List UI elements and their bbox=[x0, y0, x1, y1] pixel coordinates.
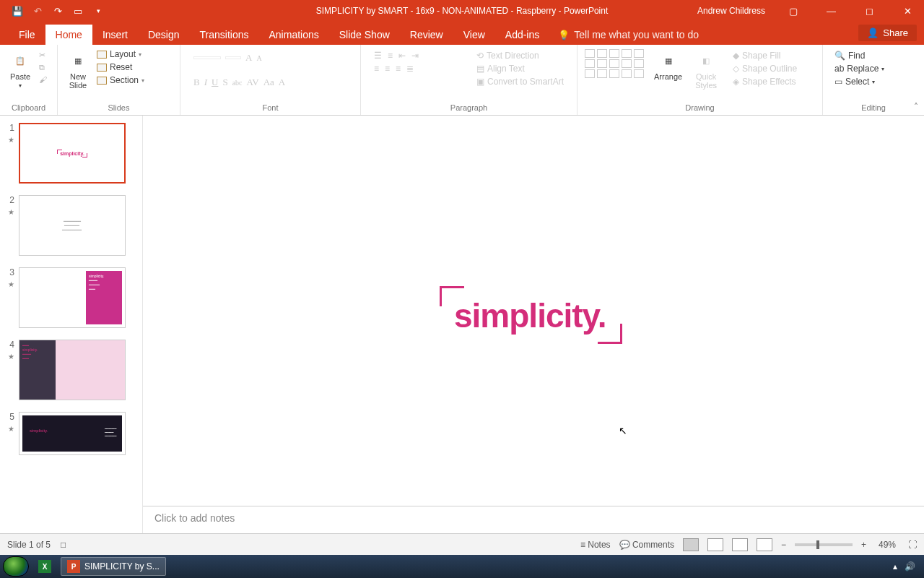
notes-toggle[interactable]: ≡ Notes bbox=[580, 540, 611, 550]
redo-icon[interactable]: ↷ bbox=[51, 4, 64, 17]
change-case-icon[interactable]: Aa bbox=[263, 77, 274, 88]
save-icon[interactable]: 💾 bbox=[11, 4, 24, 17]
zoom-level[interactable]: 49% bbox=[875, 540, 899, 550]
section-button[interactable]: Section▾ bbox=[97, 75, 144, 85]
tab-design[interactable]: Design bbox=[138, 25, 190, 45]
tab-addins[interactable]: Add-ins bbox=[495, 25, 549, 45]
comments-toggle[interactable]: 💬 Comments bbox=[619, 540, 674, 550]
select-button[interactable]: ▭Select▾ bbox=[834, 77, 884, 87]
fit-to-window-icon[interactable]: ⛶ bbox=[908, 540, 917, 550]
slide-sorter-view-icon[interactable] bbox=[707, 538, 723, 551]
arrange-button[interactable]: ▦ Arrange bbox=[650, 48, 687, 84]
collapse-ribbon-icon[interactable]: ˄ bbox=[914, 102, 918, 112]
decrease-indent-icon[interactable]: ⇤ bbox=[398, 51, 406, 61]
underline-icon[interactable]: U bbox=[212, 77, 218, 88]
replace-icon: ab bbox=[834, 64, 844, 74]
tray-chevron-icon[interactable]: ▴ bbox=[893, 561, 897, 571]
tab-animations[interactable]: Animations bbox=[258, 25, 328, 45]
ribbon-display-icon[interactable]: ▢ bbox=[777, 0, 809, 22]
zoom-slider[interactable] bbox=[795, 543, 853, 546]
decrease-font-icon[interactable]: A bbox=[256, 54, 261, 62]
font-color-icon[interactable]: A bbox=[279, 77, 285, 88]
tab-file[interactable]: File bbox=[9, 25, 45, 45]
slide-thumbnail-5[interactable]: simplicity.━━━━━━━━━━━━━━━━━━━━━━ bbox=[19, 412, 126, 455]
maximize-icon[interactable]: ◻ bbox=[853, 0, 886, 22]
font-family-combo[interactable] bbox=[193, 56, 221, 59]
shape-outline-button[interactable]: ◇Shape Outline bbox=[733, 64, 797, 74]
start-button[interactable] bbox=[3, 556, 29, 577]
font-size-combo[interactable] bbox=[225, 56, 241, 59]
group-label-drawing: Drawing bbox=[583, 103, 816, 113]
share-button[interactable]: 👤 Share bbox=[858, 25, 917, 41]
slide-thumbnail-2[interactable]: ━━━━━━━━━━━━━━━━━━━━━━━━ bbox=[19, 195, 126, 256]
minimize-icon[interactable]: — bbox=[815, 0, 847, 22]
bullets-icon[interactable]: ☰ bbox=[374, 51, 382, 61]
title-text-box[interactable]: simplicity. bbox=[454, 296, 606, 335]
account-name[interactable]: Andrew Childress bbox=[697, 6, 765, 16]
text-direction-button[interactable]: ⟲Text Direction bbox=[476, 51, 564, 61]
shape-effects-icon: ◈ bbox=[733, 77, 739, 87]
align-left-icon[interactable]: ≡ bbox=[374, 64, 379, 74]
slide-thumbnail-1[interactable]: simplicity. bbox=[19, 123, 126, 184]
volume-icon[interactable]: 🔊 bbox=[905, 561, 915, 571]
taskbar-powerpoint[interactable]: P SIMPLICITY by S... bbox=[61, 557, 166, 576]
tab-home[interactable]: Home bbox=[45, 25, 92, 45]
text-shadow-icon[interactable]: abc bbox=[232, 79, 243, 87]
copy-icon[interactable]: ⧉ bbox=[39, 63, 47, 72]
shapes-gallery[interactable] bbox=[583, 48, 645, 79]
group-label-slides: Slides bbox=[64, 103, 174, 113]
transition-star-icon: ★ bbox=[8, 208, 14, 216]
bold-icon[interactable]: B bbox=[193, 77, 200, 88]
reading-view-icon[interactable] bbox=[732, 538, 748, 551]
slide-counter[interactable]: Slide 1 of 5 bbox=[7, 540, 51, 550]
notes-pane[interactable]: Click to add notes bbox=[143, 506, 924, 533]
smartart-button[interactable]: ▣Convert to SmartArt bbox=[476, 77, 564, 87]
tab-review[interactable]: Review bbox=[400, 25, 453, 45]
tell-me-search[interactable]: 💡 Tell me what you want to do bbox=[549, 25, 707, 45]
quick-styles-button[interactable]: ◧ Quick Styles bbox=[691, 48, 721, 92]
zoom-in-icon[interactable]: + bbox=[861, 540, 866, 550]
thumb-row-3: 3★ simplicity.━━━━━━━━━━━━ bbox=[6, 267, 136, 328]
qat-more-icon[interactable]: ▾ bbox=[92, 4, 105, 17]
quick-access-toolbar: 💾 ↶ ↷ ▭ ▾ bbox=[0, 4, 105, 17]
zoom-out-icon[interactable]: − bbox=[781, 540, 786, 550]
increase-font-icon[interactable]: A bbox=[245, 52, 252, 64]
normal-view-icon[interactable] bbox=[683, 538, 699, 551]
cut-icon[interactable]: ✂ bbox=[39, 51, 47, 60]
slide-thumbnail-4[interactable]: ━━━simplicity.━━━━━━━ bbox=[19, 340, 126, 400]
start-from-beginning-icon[interactable]: ▭ bbox=[71, 4, 84, 17]
tab-slideshow[interactable]: Slide Show bbox=[329, 25, 400, 45]
character-spacing-icon[interactable]: AV bbox=[247, 77, 259, 88]
slide-viewport[interactable]: simplicity. ↖ bbox=[143, 116, 924, 506]
align-right-icon[interactable]: ≡ bbox=[396, 64, 401, 74]
tab-view[interactable]: View bbox=[453, 25, 495, 45]
new-slide-button[interactable]: ▦ New Slide bbox=[64, 48, 92, 92]
replace-button[interactable]: abReplace▾ bbox=[834, 64, 884, 74]
align-text-button[interactable]: ▤Align Text bbox=[476, 64, 564, 74]
numbering-icon[interactable]: ≡ bbox=[388, 51, 393, 61]
slideshow-view-icon[interactable] bbox=[757, 538, 772, 551]
italic-icon[interactable]: I bbox=[204, 77, 207, 88]
increase-indent-icon[interactable]: ⇥ bbox=[411, 51, 419, 61]
reset-button[interactable]: Reset bbox=[97, 62, 144, 72]
slide-thumbnail-pane[interactable]: 1★ simplicity. 2★ ━━━━━━━━━━━━━━━━━━━━━━… bbox=[0, 116, 143, 533]
find-button[interactable]: 🔍Find bbox=[834, 51, 884, 61]
tab-insert[interactable]: Insert bbox=[92, 25, 138, 45]
align-center-icon[interactable]: ≡ bbox=[385, 64, 390, 74]
paste-button[interactable]: 📋 Paste ▾ bbox=[6, 48, 35, 92]
tab-transitions[interactable]: Transitions bbox=[190, 25, 259, 45]
close-icon[interactable]: ✕ bbox=[892, 0, 924, 22]
slide-canvas[interactable]: simplicity. ↖ bbox=[165, 130, 902, 506]
strikethrough-icon[interactable]: S bbox=[222, 77, 227, 88]
format-painter-icon[interactable]: 🖌 bbox=[39, 75, 47, 84]
shape-fill-button[interactable]: ◆Shape Fill bbox=[733, 51, 797, 61]
shape-effects-button[interactable]: ◈Shape Effects bbox=[733, 77, 797, 87]
undo-icon[interactable]: ↶ bbox=[31, 4, 44, 17]
group-slides: ▦ New Slide Layout▾ Reset Section▾ Slide… bbox=[58, 45, 180, 115]
spellcheck-icon[interactable]: □ bbox=[61, 540, 66, 550]
slide-thumbnail-3[interactable]: simplicity.━━━━━━━━━━━━ bbox=[19, 267, 126, 328]
layout-button[interactable]: Layout▾ bbox=[97, 49, 144, 59]
taskbar-excel[interactable]: X bbox=[32, 557, 58, 576]
slide-title-text: simplicity. bbox=[454, 296, 606, 335]
justify-icon[interactable]: ≣ bbox=[406, 64, 414, 74]
